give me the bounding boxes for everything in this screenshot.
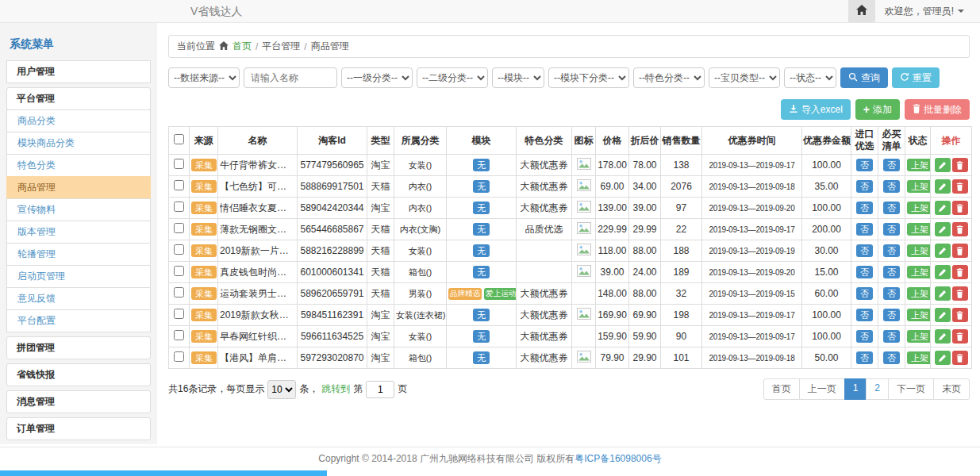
horizontal-scrollbar-thumb[interactable] xyxy=(0,470,327,476)
filter-select[interactable]: --一级分类-- xyxy=(341,67,413,88)
delete-button[interactable] xyxy=(952,308,968,322)
bulk-delete-button[interactable]: 批量删除 xyxy=(905,99,970,120)
row-checkbox[interactable] xyxy=(174,351,184,362)
cell xyxy=(169,155,190,176)
delete-button[interactable] xyxy=(952,329,968,344)
filter-select[interactable]: --数据来源-- xyxy=(168,67,240,88)
column-header: 淘客Id xyxy=(298,127,367,155)
cell: 2019-09-13—2019-09-19 xyxy=(702,240,802,262)
edit-button[interactable] xyxy=(935,244,951,258)
home-button[interactable] xyxy=(848,0,875,22)
filter-select[interactable]: --状态-- xyxy=(784,67,836,88)
delete-button[interactable] xyxy=(952,286,968,301)
cell: 97 xyxy=(661,198,702,219)
cell: 198 xyxy=(661,305,702,326)
filter-select[interactable]: --宝贝类型-- xyxy=(709,67,780,88)
delete-button[interactable] xyxy=(952,265,968,279)
product-name: 早春网红针织开衫女春... xyxy=(220,330,295,344)
sidebar-item-2[interactable]: 商品分类 xyxy=(6,109,151,132)
delete-button[interactable] xyxy=(952,201,968,215)
cell: 上架 xyxy=(905,219,931,240)
delete-button[interactable] xyxy=(952,222,968,236)
page-button[interactable]: 2 xyxy=(866,378,889,400)
delete-button[interactable] xyxy=(952,179,968,194)
cell: 2019-09-13—2019-09-17 xyxy=(702,305,802,326)
cell: 无 xyxy=(447,176,517,198)
cell: 188 xyxy=(661,240,702,262)
breadcrumb-home-link[interactable]: 首页 xyxy=(233,40,252,53)
per-page-select[interactable]: 10 xyxy=(267,380,296,399)
filter-select[interactable]: --模块下分类-- xyxy=(548,67,629,88)
page-button[interactable]: 首页 xyxy=(763,378,800,400)
cell xyxy=(931,155,972,176)
edit-button[interactable] xyxy=(935,179,951,194)
sidebar-item-4[interactable]: 特色分类 xyxy=(6,154,151,177)
sidebar-item-0[interactable]: 用户管理 xyxy=(6,60,151,83)
edit-button[interactable] xyxy=(935,286,951,301)
status-badge: 无 xyxy=(473,330,490,344)
cell: 无 xyxy=(447,262,517,283)
product-category: 女装() xyxy=(409,246,432,255)
table-row: 采集【七色纺】可爱纯棉家...588869917501天猫内衣()无大额优惠券6… xyxy=(169,176,972,198)
add-button[interactable]: + 添加 xyxy=(855,99,900,120)
row-checkbox[interactable] xyxy=(174,223,184,233)
edit-button[interactable] xyxy=(935,265,951,279)
select-all-checkbox[interactable] xyxy=(174,134,184,144)
edit-button[interactable] xyxy=(935,329,951,344)
sidebar-item-6[interactable]: 宣传物料 xyxy=(6,198,151,221)
sidebar-item-14[interactable]: 消息管理 xyxy=(6,390,151,413)
edit-button[interactable] xyxy=(935,222,951,236)
row-checkbox[interactable] xyxy=(174,202,184,212)
cell: 大额优惠券 xyxy=(517,283,572,305)
sidebar-item-1[interactable]: 平台管理 xyxy=(6,87,151,110)
search-button[interactable]: 查询 xyxy=(840,67,888,88)
filter-select[interactable]: --模块-- xyxy=(492,67,544,88)
sidebar-item-15[interactable]: 订单管理 xyxy=(6,417,151,440)
delete-button[interactable] xyxy=(952,244,968,258)
sidebar: 系统菜单 用户管理平台管理商品分类模块商品分类特色分类商品管理宣传物料版本管理轮… xyxy=(0,23,157,444)
product-name: 牛仔背带裤女秋装减龄... xyxy=(220,159,295,172)
edit-button[interactable] xyxy=(935,351,951,365)
delete-button[interactable] xyxy=(952,158,968,172)
page-button[interactable]: 末页 xyxy=(933,378,970,400)
page-button[interactable]: 下一页 xyxy=(888,378,934,400)
cell: 2019-09-13—2019-09-18 xyxy=(702,347,802,369)
sidebar-item-12[interactable]: 拼团管理 xyxy=(6,336,151,359)
cell: 淘宝 xyxy=(367,155,394,176)
sidebar-item-7[interactable]: 版本管理 xyxy=(6,221,151,244)
sidebar-item-3[interactable]: 模块商品分类 xyxy=(6,132,151,155)
edit-button[interactable] xyxy=(935,308,951,322)
sidebar-item-13[interactable]: 省钱快报 xyxy=(6,363,151,386)
status-badge: 上架 xyxy=(907,159,931,172)
jump-page-input[interactable] xyxy=(366,381,394,398)
product-category: 女装(连衣裙) xyxy=(396,310,445,320)
reset-button[interactable]: 重置 xyxy=(892,67,940,88)
row-checkbox[interactable] xyxy=(174,159,184,169)
filter-select[interactable]: --特色分类-- xyxy=(633,67,705,88)
icp-link[interactable]: 粤ICP备16098006号 xyxy=(575,453,661,464)
sidebar-item-5[interactable]: 商品管理 xyxy=(6,176,151,199)
row-checkbox[interactable] xyxy=(174,266,184,276)
filter-select[interactable]: --二级分类-- xyxy=(417,67,488,88)
row-checkbox[interactable] xyxy=(174,309,184,319)
product-category: 内衣() xyxy=(409,203,432,213)
sidebar-item-9[interactable]: 启动页管理 xyxy=(6,265,151,288)
delete-button[interactable] xyxy=(952,351,968,365)
user-dropdown[interactable]: 欢迎您，管理员! xyxy=(875,0,974,22)
import-excel-button[interactable]: 导入excel xyxy=(781,99,851,120)
row-checkbox[interactable] xyxy=(174,180,184,190)
page-button[interactable]: 1 xyxy=(844,378,867,400)
sidebar-item-8[interactable]: 轮播管理 xyxy=(6,243,151,266)
welcome-text: 欢迎您，管理员! xyxy=(885,5,954,18)
row-checkbox[interactable] xyxy=(174,330,184,340)
cell: 否 xyxy=(878,305,905,326)
row-checkbox[interactable] xyxy=(174,287,184,298)
page-button[interactable]: 上一页 xyxy=(799,378,845,400)
row-checkbox[interactable] xyxy=(174,244,184,255)
edit-button[interactable] xyxy=(935,201,951,215)
jump-link[interactable]: 跳转到 xyxy=(321,382,350,396)
sidebar-item-10[interactable]: 意见反馈 xyxy=(6,287,151,310)
name-search-input[interactable] xyxy=(244,67,337,88)
sidebar-item-11[interactable]: 平台配置 xyxy=(6,309,151,332)
edit-button[interactable] xyxy=(935,158,951,172)
